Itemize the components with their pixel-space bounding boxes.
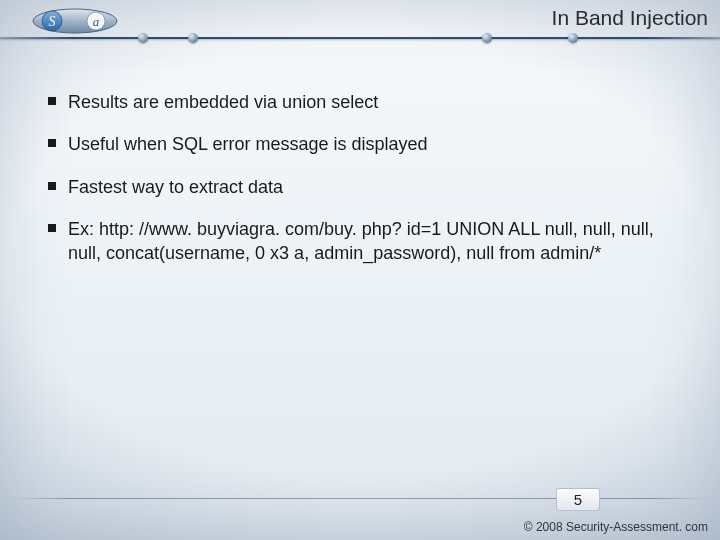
bullet-list: Results are embedded via union select Us… [46,90,674,265]
content-area: Results are embedded via union select Us… [46,90,674,283]
copyright: © 2008 Security-Assessment. com [524,520,708,534]
bullet-item: Ex: http: //www. buyviagra. com/buy. php… [46,217,674,266]
divider-bead-icon [188,33,198,43]
bullet-item: Useful when SQL error message is display… [46,132,674,156]
bullet-item: Fastest way to extract data [46,175,674,199]
logo-svg: S a [30,6,120,36]
slide: S a In Band Injection Results are embedd… [0,0,720,540]
slide-title: In Band Injection [200,6,708,30]
bullet-item: Results are embedded via union select [46,90,674,114]
divider-bead-icon [138,33,148,43]
logo-left-letter: S [49,14,56,29]
divider-bead-icon [482,33,492,43]
footer-bar: 5 [0,488,720,510]
logo-right-letter: a [93,14,100,29]
page-number: 5 [556,488,600,511]
logo: S a [30,6,120,36]
divider-bead-icon [568,33,578,43]
